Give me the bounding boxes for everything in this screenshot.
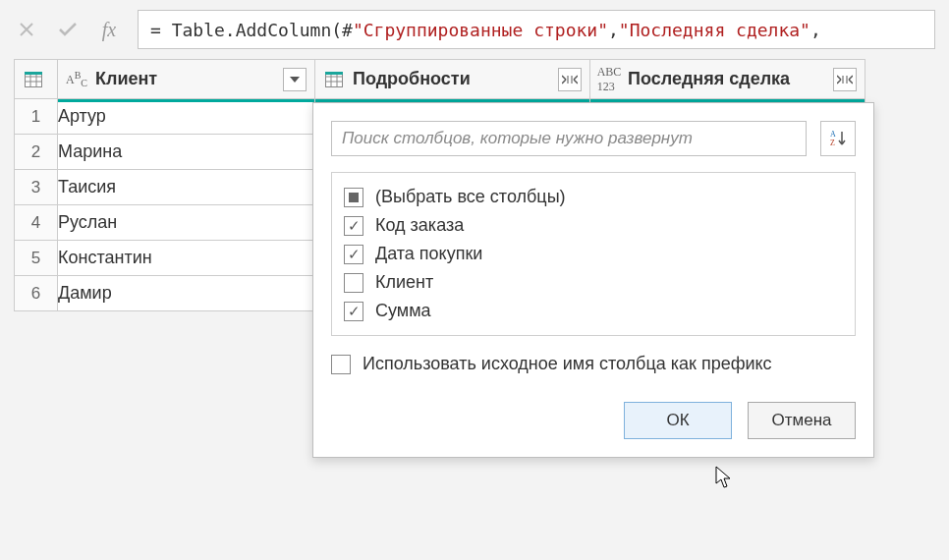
search-placeholder: Поиск столбцов, которые нужно развернут [342, 129, 693, 148]
checkbox-icon[interactable] [331, 355, 351, 374]
svg-rect-5 [25, 72, 42, 75]
table-icon [323, 69, 345, 90]
client-cell[interactable]: Константин [58, 241, 315, 276]
svg-text:Z: Z [830, 139, 835, 147]
sort-az-button[interactable]: A Z [820, 121, 856, 156]
column-header-details[interactable]: Подробности [315, 60, 590, 99]
expand-column-button[interactable] [558, 68, 582, 91]
formula-arg2: "Последняя сделка" [619, 20, 810, 40]
client-cell[interactable]: Таисия [58, 170, 315, 205]
column-header-last-label: Последняя сделка [628, 69, 825, 89]
cancel-button[interactable]: Отмена [748, 402, 856, 439]
svg-rect-11 [325, 72, 343, 75]
row-number-cell[interactable]: 4 [15, 205, 58, 241]
column-header-client[interactable]: ABC Клиент [58, 60, 315, 99]
svg-text:A: A [830, 130, 836, 139]
column-header-last[interactable]: ABC123 Последняя сделка [590, 60, 865, 99]
checkbox-checked-icon[interactable] [344, 245, 363, 264]
formula-input[interactable]: = Table.AddColumn(#"Сгруппированные стро… [138, 10, 935, 49]
formula-cancel-button[interactable] [14, 17, 39, 42]
cancel-button-label: Отмена [772, 411, 832, 430]
search-columns-input[interactable]: Поиск столбцов, которые нужно развернут [331, 121, 807, 156]
row-number-cell[interactable]: 6 [15, 276, 58, 311]
row-number-cell[interactable]: 3 [15, 170, 58, 205]
any-type-icon: ABC123 [598, 69, 620, 90]
select-all-label: (Выбрать все столбцы) [375, 187, 566, 207]
client-cell[interactable]: Дамир [58, 276, 315, 311]
checklist-item[interactable]: Сумма [344, 297, 843, 325]
ok-button[interactable]: ОК [624, 402, 732, 439]
use-prefix-label: Использовать исходное имя столбца как пр… [363, 354, 772, 374]
text-type-icon: ABC [66, 69, 87, 90]
grid-corner-cell[interactable] [15, 60, 58, 99]
client-cell[interactable]: Марина [58, 135, 315, 170]
filter-dropdown-button[interactable] [283, 68, 307, 91]
checkbox-icon[interactable] [344, 273, 363, 293]
formula-sep: , [608, 20, 619, 40]
row-number-cell[interactable]: 2 [15, 135, 58, 170]
formula-arg1: "Сгруппированные строки" [353, 20, 608, 40]
row-number-cell[interactable]: 1 [15, 99, 58, 135]
checklist-item-label: Дата покупки [375, 244, 482, 264]
use-prefix-row[interactable]: Использовать исходное имя столбца как пр… [331, 354, 856, 374]
checklist-item-label: Сумма [375, 301, 431, 321]
client-cell[interactable]: Руслан [58, 205, 315, 241]
table-icon [23, 69, 44, 90]
expand-columns-popup: Поиск столбцов, которые нужно развернут … [312, 102, 874, 458]
select-all-row[interactable]: (Выбрать все столбцы) [344, 183, 843, 211]
checkbox-checked-icon[interactable] [344, 302, 363, 321]
formula-bar: fx = Table.AddColumn(#"Сгруппированные с… [0, 0, 949, 59]
row-number-cell[interactable]: 5 [15, 241, 58, 276]
checkbox-checked-icon[interactable] [344, 216, 363, 236]
column-header-client-label: Клиент [95, 69, 275, 89]
checkbox-indeterminate-icon[interactable] [344, 188, 363, 207]
formula-text-1: = Table.AddColumn(# [150, 20, 353, 40]
expand-column-button[interactable] [833, 68, 857, 91]
formula-suffix: , [810, 20, 821, 40]
client-cell[interactable]: Артур [58, 99, 315, 135]
checklist-item[interactable]: Код заказа [344, 211, 843, 240]
checklist-item[interactable]: Дата покупки [344, 240, 843, 268]
checklist-item[interactable]: Клиент [344, 268, 843, 297]
fx-icon: fx [96, 17, 122, 42]
column-header-details-label: Подробности [353, 69, 550, 89]
ok-button-label: ОК [666, 411, 689, 430]
cursor-icon [715, 466, 733, 494]
formula-confirm-button[interactable] [55, 17, 81, 42]
checklist-item-label: Код заказа [375, 215, 464, 236]
checklist-item-label: Клиент [375, 272, 433, 293]
columns-checklist: (Выбрать все столбцы) Код заказаДата пок… [331, 172, 856, 336]
